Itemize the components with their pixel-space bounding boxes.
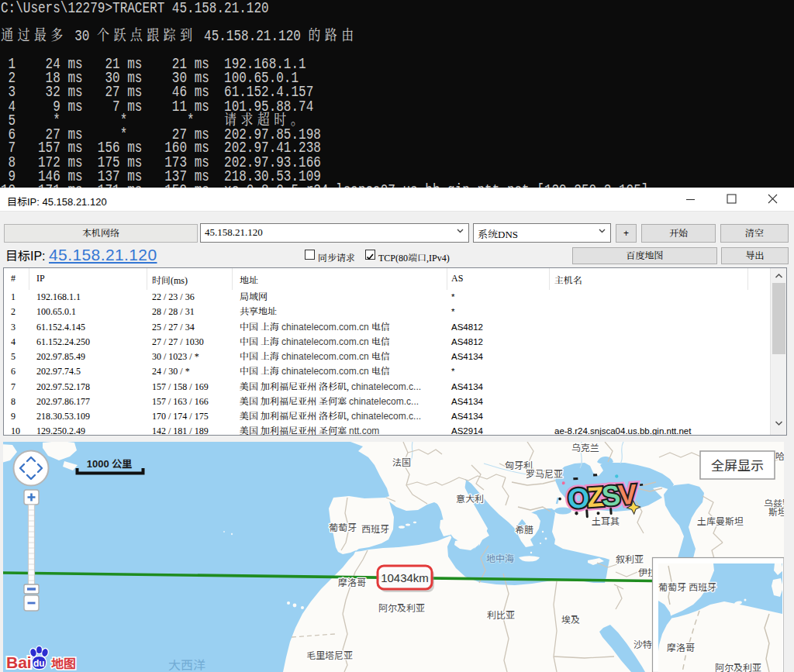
svg-text:西班牙: 西班牙 bbox=[689, 582, 716, 593]
svg-text:西班牙: 西班牙 bbox=[361, 524, 389, 535]
svg-text:阿尔及利亚: 阿尔及利亚 bbox=[378, 603, 425, 614]
svg-text:葡萄牙: 葡萄牙 bbox=[329, 522, 357, 533]
svg-text:毛里塔尼亚: 毛里塔尼亚 bbox=[306, 650, 353, 661]
svg-text:埃及: 埃及 bbox=[561, 615, 580, 625]
svg-text:10434km: 10434km bbox=[381, 571, 429, 584]
svg-text:土库曼斯坦: 土库曼斯坦 bbox=[697, 516, 744, 527]
svg-text:意大利: 意大利 bbox=[456, 494, 484, 505]
svg-text:OZSV: OZSV bbox=[567, 478, 638, 515]
svg-text:地图: 地图 bbox=[51, 657, 76, 670]
svg-text:法国: 法国 bbox=[392, 457, 411, 468]
svg-text:斯坦: 斯坦 bbox=[768, 507, 784, 518]
svg-text:Bai: Bai bbox=[6, 653, 32, 671]
svg-text:罗马尼亚: 罗马尼亚 bbox=[526, 469, 563, 480]
svg-text:大西洋: 大西洋 bbox=[168, 659, 205, 672]
svg-text:葡萄牙: 葡萄牙 bbox=[658, 582, 686, 593]
svg-text:全屏显示: 全屏显示 bbox=[711, 459, 764, 474]
svg-text:乌克兰: 乌克兰 bbox=[571, 443, 599, 453]
svg-text:地中海: 地中海 bbox=[486, 553, 514, 564]
svg-text:土耳其: 土耳其 bbox=[592, 516, 620, 527]
svg-text:1000 公里: 1000 公里 bbox=[87, 458, 133, 470]
svg-text:摩洛哥: 摩洛哥 bbox=[667, 643, 695, 653]
svg-text:哈萨: 哈萨 bbox=[775, 451, 784, 462]
svg-text:希腊: 希腊 bbox=[515, 525, 533, 536]
svg-text:du: du bbox=[33, 658, 45, 669]
svg-text:摩洛哥: 摩洛哥 bbox=[338, 577, 366, 588]
svg-text:叙利亚: 叙利亚 bbox=[616, 554, 644, 565]
svg-text:阿尔及利亚: 阿尔及利亚 bbox=[715, 663, 761, 672]
svg-text:利比亚: 利比亚 bbox=[487, 610, 515, 621]
